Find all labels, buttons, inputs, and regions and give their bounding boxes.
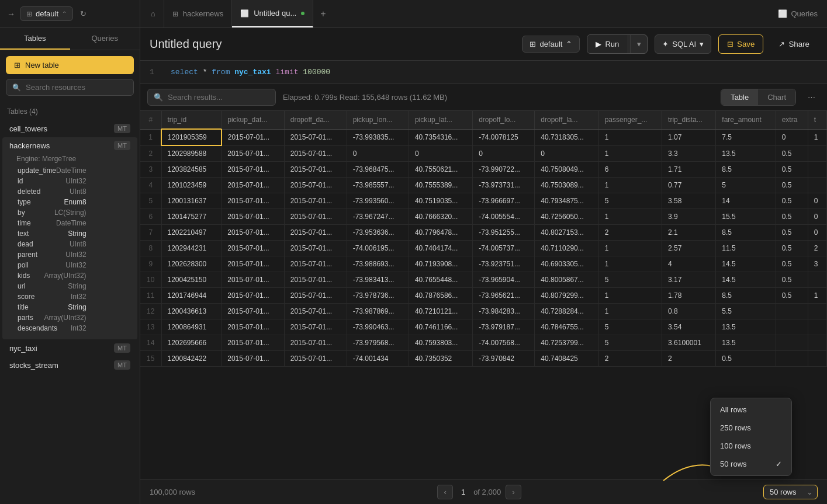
col-header-dropoff-lon[interactable]: dropoff_lo...: [473, 111, 535, 129]
results-search-box: 🔍: [147, 89, 276, 106]
col-header-t[interactable]: t: [808, 111, 826, 129]
cell-r5-c10: 15.5: [716, 209, 776, 225]
col-header-dropoff-lat[interactable]: dropoff_la...: [535, 111, 598, 129]
table-row: 812029442312015-07-01...2015-07-01...-74…: [140, 241, 827, 256]
add-tab-button[interactable]: +: [313, 9, 333, 19]
cell-r7-c2: 2015-07-01...: [222, 241, 285, 256]
sidebar-item-cell-towers[interactable]: cell_towers MT: [2, 120, 137, 137]
sidebar-item-nyc-taxi[interactable]: nyc_taxi MT: [2, 340, 137, 356]
table-row: 912026283002015-07-01...2015-07-01...-73…: [140, 256, 827, 272]
cell-r12-c6: -73.979187...: [473, 319, 535, 335]
table-row: 412010234592015-07-01...2015-07-01...-73…: [140, 178, 827, 193]
dropdown-item-50-rows[interactable]: 50 rows ✓: [711, 455, 791, 473]
sidebar-tab-queries[interactable]: Queries: [70, 28, 140, 50]
run-button[interactable]: ▶ Run: [587, 35, 627, 53]
cell-r0-c7: 40.7318305...: [535, 129, 598, 145]
cell-r11-c3: 2015-07-01...: [284, 304, 347, 319]
schema-engine: Engine: MergeTree: [9, 152, 95, 165]
cell-r9-c6: -73.965904...: [473, 272, 535, 288]
col-header-pickup-lat[interactable]: pickup_lat...: [409, 111, 472, 129]
save-button[interactable]: ⊟ Save: [718, 34, 763, 54]
view-table-button[interactable]: Table: [721, 89, 758, 105]
db-icon: ⊞: [26, 10, 32, 18]
more-options-button[interactable]: ⋯: [803, 93, 820, 102]
results-search-input[interactable]: [168, 93, 266, 102]
cell-r0-c1[interactable]: 1201905359: [161, 129, 222, 145]
rows-dropdown-overlay: All rows 250 rows 100 rows 50 rows ✓: [710, 398, 792, 476]
col-header-pickup-lon[interactable]: pickup_lon...: [347, 111, 409, 129]
share-button[interactable]: ↗ Share: [770, 35, 818, 53]
cell-r2-c1: 1203824585: [161, 162, 222, 178]
col-header-passenger[interactable]: passenger_...: [598, 111, 662, 129]
cell-r10-c2: 2015-07-01...: [222, 288, 285, 304]
tab-hackernews[interactable]: ⊞ hackernews: [164, 0, 232, 27]
dropdown-item-250-rows[interactable]: 250 rows: [711, 419, 791, 437]
cell-r12-c8: 5: [598, 319, 662, 335]
col-header-trip-id[interactable]: trip_id: [161, 111, 222, 129]
cell-r12-c3: 2015-07-01...: [284, 319, 347, 335]
schema-row-time: time DateTime: [9, 218, 95, 228]
cell-r10-c7: 40.8079299...: [535, 288, 598, 304]
cell-r7-c7: 40.7110290...: [535, 241, 598, 256]
cell-r11-c0: 12: [140, 304, 161, 319]
table-name-nyc-taxi: nyc_taxi: [9, 344, 37, 353]
cell-r3-c0: 4: [140, 178, 161, 193]
table-row: 512001316372015-07-01...2015-07-01...-73…: [140, 193, 827, 209]
dropdown-label-all: All rows: [720, 405, 747, 414]
sidebar-item-hackernews[interactable]: hackernews MT Engine: MergeTree update_t…: [2, 137, 137, 339]
run-dropdown[interactable]: ▾: [631, 35, 647, 53]
tab-untitled-query[interactable]: ⬜ Untitled qu...: [232, 0, 313, 27]
schema-row-title: title String: [9, 302, 95, 312]
tab-home[interactable]: ⌂: [143, 0, 164, 27]
next-page-button[interactable]: ›: [506, 485, 521, 499]
cell-r2-c0: 3: [140, 162, 161, 178]
dropdown-label-100: 100 rows: [720, 442, 751, 450]
cell-r13-c3: 2015-07-01...: [284, 335, 347, 351]
queries-icon: ⬜: [778, 9, 787, 18]
dropdown-item-100-rows[interactable]: 100 rows: [711, 437, 791, 455]
new-table-button[interactable]: ⊞ New table: [6, 56, 134, 74]
hackernews-tab-label: hackernews: [183, 9, 223, 18]
col-header-dropoff-date[interactable]: dropoff_da...: [284, 111, 347, 129]
queries-button[interactable]: ⬜ Queries: [778, 9, 818, 18]
cell-r14-c6: -73.970842: [473, 351, 535, 367]
dropdown-label-50: 50 rows: [720, 460, 747, 468]
view-chart-button[interactable]: Chart: [758, 89, 795, 105]
cell-r7-c3: 2015-07-01...: [284, 241, 347, 256]
db-badge-chevron: ⌃: [566, 40, 572, 48]
cell-r8-c6: -73.923751...: [473, 256, 535, 272]
cell-r9-c0: 10: [140, 272, 161, 288]
db-badge-selector[interactable]: ⊞ default ⌃: [522, 36, 580, 53]
cell-r6-c12: 0: [808, 225, 826, 241]
cell-r4-c1: 1200131637: [161, 193, 222, 209]
db-selector[interactable]: ⊞ default ⌃: [20, 6, 73, 21]
cell-r3-c9: 0.77: [662, 178, 716, 193]
sidebar-tab-tables[interactable]: Tables: [0, 28, 70, 50]
cell-r5-c2: 2015-07-01...: [222, 209, 285, 225]
cell-r4-c4: -73.993560...: [347, 193, 409, 209]
search-input[interactable]: [26, 83, 127, 92]
sql-editor[interactable]: 1 select * from nyc_taxi limit 100000: [140, 61, 827, 84]
cell-r10-c8: 1: [598, 288, 662, 304]
col-header-pickup-date[interactable]: pickup_dat...: [222, 111, 285, 129]
col-header-extra[interactable]: extra: [776, 111, 808, 129]
cell-r4-c7: 40.7934875...: [535, 193, 598, 209]
home-icon: ⌂: [151, 9, 155, 18]
sql-ai-button[interactable]: ✦ SQL AI ▾: [655, 34, 711, 54]
cell-r13-c7: 40.7253799...: [535, 335, 598, 351]
prev-page-button[interactable]: ‹: [437, 485, 452, 499]
cell-r9-c10: 14.5: [716, 272, 776, 288]
query-title: Untitled query: [150, 37, 515, 51]
cell-r8-c8: 1: [598, 256, 662, 272]
col-header-fare[interactable]: fare_amount: [716, 111, 776, 129]
refresh-button[interactable]: ↻: [80, 9, 86, 18]
back-button[interactable]: →: [7, 9, 15, 19]
col-header-trip-dist[interactable]: trip_dista...: [662, 111, 716, 129]
table-row: 1412026956662015-07-01...2015-07-01...-7…: [140, 335, 827, 351]
cell-r11-c5: 40.7210121...: [409, 304, 472, 319]
dropdown-item-all-rows[interactable]: All rows: [711, 401, 791, 419]
cell-r2-c7: 40.7508049...: [535, 162, 598, 178]
cell-r5-c7: 40.7256050...: [535, 209, 598, 225]
sidebar-item-stocks-stream[interactable]: stocks_stream MT: [2, 357, 137, 373]
rows-per-page-selector[interactable]: All rows 250 rows 100 rows 50 rows: [763, 485, 818, 499]
